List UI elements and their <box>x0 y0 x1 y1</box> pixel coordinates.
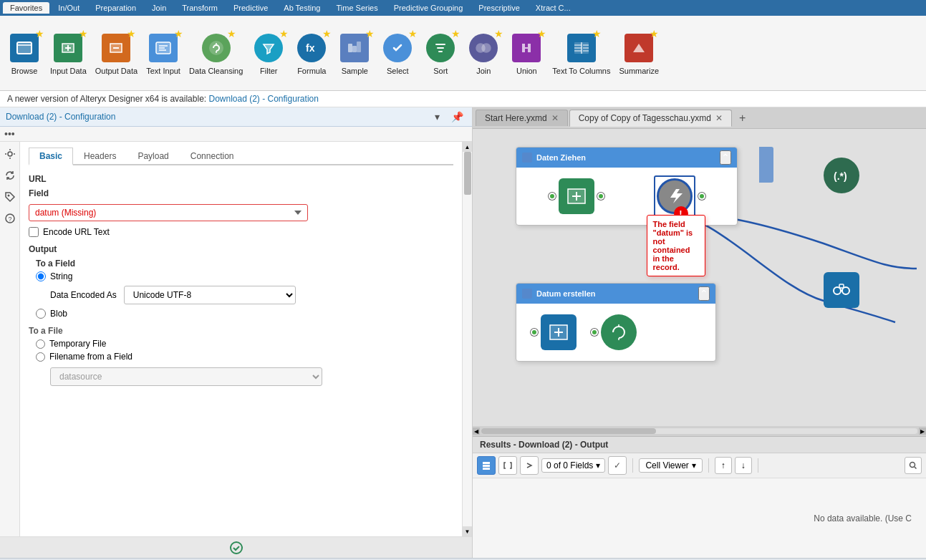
nav-tab-favorites[interactable]: Favorites <box>3 2 49 14</box>
textinput-star: ★ <box>174 28 183 39</box>
canvas-tab-tagesschau-close[interactable]: ✕ <box>715 113 723 123</box>
datum-green-group <box>591 314 637 350</box>
datum-erstellen-header: Datum erstellen ⌃ <box>516 284 715 304</box>
results-icon-stacked[interactable] <box>477 456 496 475</box>
toolbar-textinput[interactable]: ★ Text Input <box>142 26 185 79</box>
datum-erstellen-node: Datum erstellen ⌃ <box>516 283 716 362</box>
nav-tab-predictive[interactable]: Predictive <box>226 2 275 14</box>
browse-label: Browse <box>11 67 38 76</box>
config-pin-btn[interactable]: 📌 <box>448 110 466 123</box>
regex-node-icon[interactable]: (.*) <box>824 158 859 193</box>
daten-ziehen-body: ! The field "datum" is not contained in … <box>516 168 737 225</box>
fields-dropdown[interactable]: 0 of 0 Fields ▾ <box>541 458 605 473</box>
nav-tab-join[interactable]: Join <box>145 2 173 14</box>
left-tool-settings[interactable] <box>2 146 18 162</box>
canvas-tab-start-here[interactable]: Start Here.yxmd ✕ <box>476 110 568 126</box>
toolbar-inputdata[interactable]: ★ Input Data <box>46 26 91 79</box>
config-tab-basic[interactable]: Basic <box>29 148 73 165</box>
left-panel-check-icon <box>230 541 243 554</box>
toolbar-sort[interactable]: ★ Sort <box>419 26 462 79</box>
datum-green-icon[interactable] <box>601 314 637 350</box>
config-tab-connection[interactable]: Connection <box>180 148 245 165</box>
daten-ziehen-input-group <box>549 178 604 214</box>
encode-url-checkbox[interactable] <box>29 227 39 237</box>
hscroll-left-btn[interactable]: ◀ <box>473 428 480 435</box>
toolbar-texttocolumns[interactable]: ★ Text To Columns <box>548 26 614 79</box>
toolbar-select[interactable]: ★ Select <box>376 26 419 79</box>
config-menu-dots[interactable]: ••• <box>4 128 15 140</box>
datum-conn-in <box>531 329 538 336</box>
input-data-node-icon[interactable] <box>559 178 594 214</box>
svg-point-13 <box>7 195 9 197</box>
nav-tab-abtesting[interactable]: Ab Testing <box>276 2 327 14</box>
toolbar-sample[interactable]: ★ Sample <box>333 26 376 79</box>
results-icon-bracket[interactable] <box>498 456 517 475</box>
left-tool-tag[interactable] <box>2 189 18 205</box>
toolbar-browse[interactable]: ★ Browse <box>3 26 46 79</box>
toolbar-formula[interactable]: fx ★ Formula <box>290 26 333 79</box>
config-tab-headers[interactable]: Headers <box>73 148 127 165</box>
blob-radio[interactable] <box>36 309 46 319</box>
config-collapse-btn[interactable]: ▾ <box>432 110 443 123</box>
left-tool-refresh[interactable] <box>2 168 18 183</box>
results-search-btn[interactable] <box>905 457 922 474</box>
toolbar-join[interactable]: ★ Join <box>462 26 505 79</box>
config-tab-payload[interactable]: Payload <box>127 148 179 165</box>
canvas-tab-add-btn[interactable]: + <box>733 110 751 126</box>
nav-tab-timeseries[interactable]: Time Series <box>329 2 385 14</box>
scroll-thumb <box>464 152 471 195</box>
results-nav-up[interactable]: ↑ <box>715 457 732 474</box>
error-tooltip-text: The field "datum" is not contained in th… <box>653 220 693 271</box>
svg-point-24 <box>910 463 915 468</box>
results-sep-2 <box>708 458 709 473</box>
datum-erstellen-expand-btn[interactable]: ⌃ <box>698 286 710 301</box>
field-dropdown[interactable]: datum (Missing) <box>29 204 308 221</box>
results-icon-arrow[interactable] <box>520 456 539 475</box>
toolbar-outputdata[interactable]: ★ Output Data <box>91 26 142 79</box>
temp-file-radio[interactable] <box>36 339 45 349</box>
toolbar-union[interactable]: ★ Union <box>505 26 548 79</box>
filename-field-radio[interactable] <box>36 352 45 362</box>
left-tool-help[interactable]: ? <box>2 211 18 226</box>
canvas-tab-tagesschau[interactable]: Copy of Copy of Tagesschau.yxmd ✕ <box>569 110 732 127</box>
lightning-out-dot <box>698 193 705 200</box>
nav-tab-preparation[interactable]: Preparation <box>88 2 143 14</box>
input-conn-dot <box>549 193 556 200</box>
nav-tab-inout[interactable]: In/Out <box>51 2 87 14</box>
nav-tab-prescriptive[interactable]: Prescriptive <box>471 2 526 14</box>
daten-ziehen-expand-btn[interactable]: ⌃ <box>720 150 731 165</box>
scroll-down-btn[interactable]: ▼ <box>463 526 473 536</box>
canvas-area[interactable]: Daten Ziehen ⌃ <box>473 129 926 436</box>
datum-input-group <box>531 314 577 350</box>
toolbar-datacleansing[interactable]: ★ Data Cleansing <box>185 26 247 79</box>
string-radio[interactable] <box>36 271 46 281</box>
union-label: Union <box>516 67 537 76</box>
cell-viewer-dropdown[interactable]: Cell Viewer ▾ <box>639 458 702 473</box>
to-a-file-label: To a File <box>29 326 453 336</box>
toolbar-filter[interactable]: ★ Filter <box>247 26 290 79</box>
nav-tab-transform[interactable]: Transform <box>175 2 225 14</box>
hscroll-right-btn[interactable]: ▶ <box>919 428 926 435</box>
results-nav-down[interactable]: ↓ <box>735 457 752 474</box>
texttocolumns-star: ★ <box>592 28 602 39</box>
canvas-tab-start-here-label: Start Here.yxmd <box>485 113 547 123</box>
svg-rect-22 <box>483 465 490 467</box>
canvas-hscrollbar[interactable]: ◀ ▶ <box>473 426 926 436</box>
fields-check-btn[interactable]: ✓ <box>608 456 627 475</box>
nav-tab-xtract[interactable]: Xtract C... <box>529 2 578 14</box>
binoculars-node <box>824 272 867 308</box>
nav-tab-predictivegrouping[interactable]: Predictive Grouping <box>387 2 471 14</box>
svg-rect-0 <box>17 42 32 54</box>
toolbar-summarize[interactable]: ★ Summarize <box>614 26 663 79</box>
datum-input-icon[interactable] <box>541 314 577 350</box>
data-encoded-dropdown[interactable]: Unicode UTF-8 <box>124 286 296 304</box>
binoculars-node-icon[interactable] <box>824 272 859 308</box>
svg-text:(.*): (.*) <box>834 170 847 182</box>
filter-label: Filter <box>260 67 277 76</box>
config-scrollbar[interactable]: ▲ ▼ <box>462 142 472 536</box>
sample-label: Sample <box>342 67 368 76</box>
scroll-up-btn[interactable]: ▲ <box>463 142 473 152</box>
canvas-tab-start-here-close[interactable]: ✕ <box>551 113 559 123</box>
notification-link[interactable]: Download (2) - Configuration <box>208 94 318 104</box>
datasource-dropdown[interactable]: datasource <box>50 367 322 386</box>
